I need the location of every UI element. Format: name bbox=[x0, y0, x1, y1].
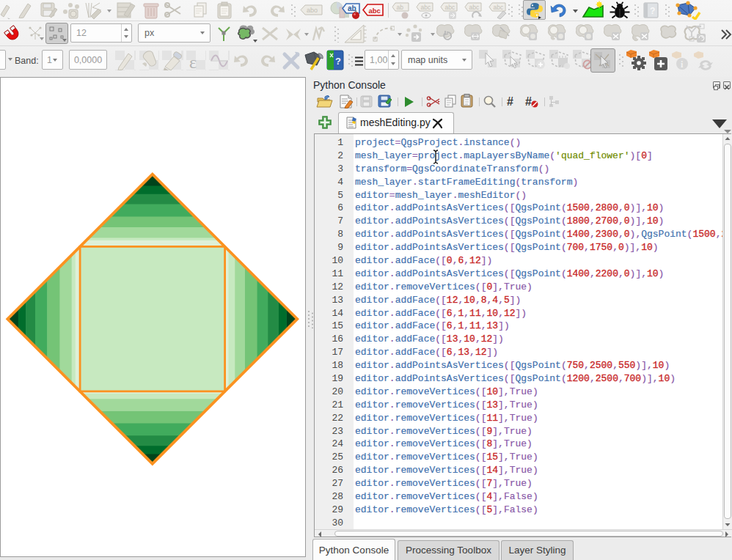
svg-text:#: # bbox=[525, 95, 532, 108]
svg-text:abc: abc bbox=[369, 7, 381, 15]
svg-text:abo: abo bbox=[307, 7, 318, 14]
svg-text:abc: abc bbox=[421, 4, 431, 11]
svg-text:?: ? bbox=[335, 56, 341, 67]
svg-text:?: ? bbox=[650, 6, 655, 16]
svg-text:abc: abc bbox=[445, 4, 455, 11]
svg-text:#: # bbox=[507, 95, 513, 108]
svg-text:abc: abc bbox=[494, 4, 504, 11]
svg-text:ε: ε bbox=[189, 53, 197, 70]
svg-text:ab: ab bbox=[348, 4, 356, 12]
svg-text:abc: abc bbox=[469, 4, 480, 11]
svg-text:ab: ab bbox=[397, 4, 404, 11]
